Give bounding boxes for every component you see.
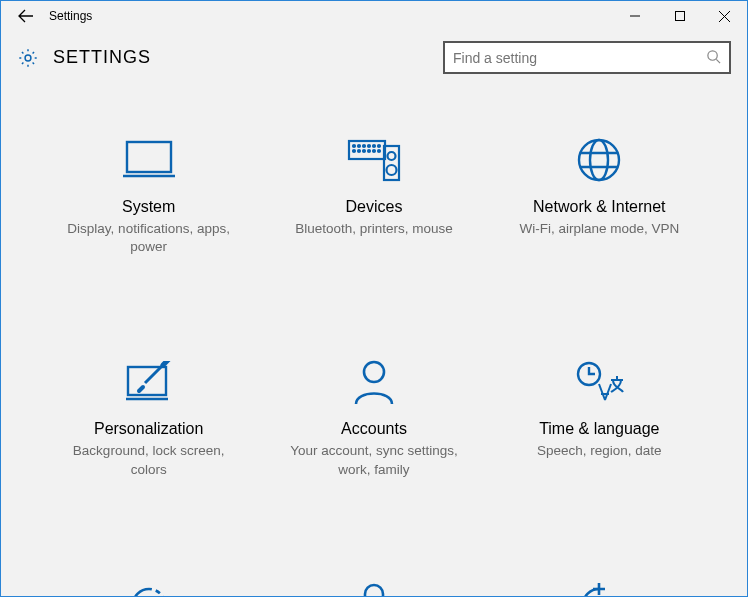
- svg-point-20: [579, 140, 619, 180]
- svg-rect-3: [127, 142, 171, 172]
- tile-privacy[interactable]: Privacy: [266, 579, 481, 597]
- update-icon: [575, 579, 623, 597]
- svg-point-18: [387, 152, 395, 160]
- search-icon: [706, 49, 721, 67]
- tile-system[interactable]: System Display, notifications, apps, pow…: [41, 134, 256, 256]
- tile-time-language[interactable]: Time & language Speech, region, date: [492, 356, 707, 478]
- tile-desc: Your account, sync settings, work, famil…: [284, 442, 464, 478]
- ease-of-access-icon: [125, 579, 173, 597]
- devices-icon: [346, 134, 402, 186]
- tile-desc: Display, notifications, apps, power: [59, 220, 239, 256]
- person-icon: [352, 356, 396, 408]
- display-icon: [121, 134, 177, 186]
- svg-point-12: [358, 150, 360, 152]
- minimize-button[interactable]: [612, 1, 657, 31]
- arrow-left-icon: [18, 8, 34, 24]
- page-title: SETTINGS: [43, 47, 151, 68]
- svg-rect-0: [675, 12, 684, 21]
- svg-point-14: [368, 150, 370, 152]
- svg-point-2: [708, 50, 717, 59]
- tile-desc: Bluetooth, printers, mouse: [295, 220, 453, 238]
- svg-point-21: [590, 140, 608, 180]
- tile-title: Accounts: [341, 420, 407, 438]
- svg-point-5: [353, 145, 355, 147]
- svg-point-15: [373, 150, 375, 152]
- maximize-button[interactable]: [657, 1, 702, 31]
- tile-title: Network & Internet: [533, 198, 666, 216]
- tile-personalization[interactable]: Personalization Background, lock screen,…: [41, 356, 256, 478]
- svg-point-11: [353, 150, 355, 152]
- tile-desc: Speech, region, date: [537, 442, 662, 460]
- svg-point-16: [378, 150, 380, 152]
- lock-icon: [354, 579, 394, 597]
- gear-icon: [13, 47, 43, 69]
- back-button[interactable]: [9, 1, 43, 31]
- tile-desc: Background, lock screen, colors: [59, 442, 239, 478]
- svg-point-23: [364, 362, 384, 382]
- svg-point-9: [373, 145, 375, 147]
- close-icon: [719, 11, 730, 22]
- svg-point-6: [358, 145, 360, 147]
- svg-point-1: [25, 55, 31, 61]
- tile-title: System: [122, 198, 175, 216]
- window-title: Settings: [43, 9, 92, 23]
- svg-point-7: [363, 145, 365, 147]
- tile-network[interactable]: Network & Internet Wi-Fi, airplane mode,…: [492, 134, 707, 256]
- svg-point-10: [378, 145, 380, 147]
- minimize-icon: [630, 11, 640, 21]
- tile-title: Personalization: [94, 420, 203, 438]
- tile-accounts[interactable]: Accounts Your account, sync settings, wo…: [266, 356, 481, 478]
- tile-ease-of-access[interactable]: Ease of Access: [41, 579, 256, 597]
- search-input[interactable]: [443, 41, 731, 74]
- svg-point-13: [363, 150, 365, 152]
- globe-icon: [575, 134, 623, 186]
- tile-title: Devices: [346, 198, 403, 216]
- tile-desc: Wi-Fi, airplane mode, VPN: [519, 220, 679, 238]
- svg-point-8: [368, 145, 370, 147]
- tile-update-security[interactable]: Update & security: [492, 579, 707, 597]
- time-language-icon: [573, 356, 625, 408]
- search-field[interactable]: [453, 50, 706, 66]
- tile-devices[interactable]: Devices Bluetooth, printers, mouse: [266, 134, 481, 256]
- maximize-icon: [675, 11, 685, 21]
- tile-title: Time & language: [539, 420, 659, 438]
- svg-point-19: [386, 165, 396, 175]
- personalization-icon: [123, 356, 175, 408]
- close-button[interactable]: [702, 1, 747, 31]
